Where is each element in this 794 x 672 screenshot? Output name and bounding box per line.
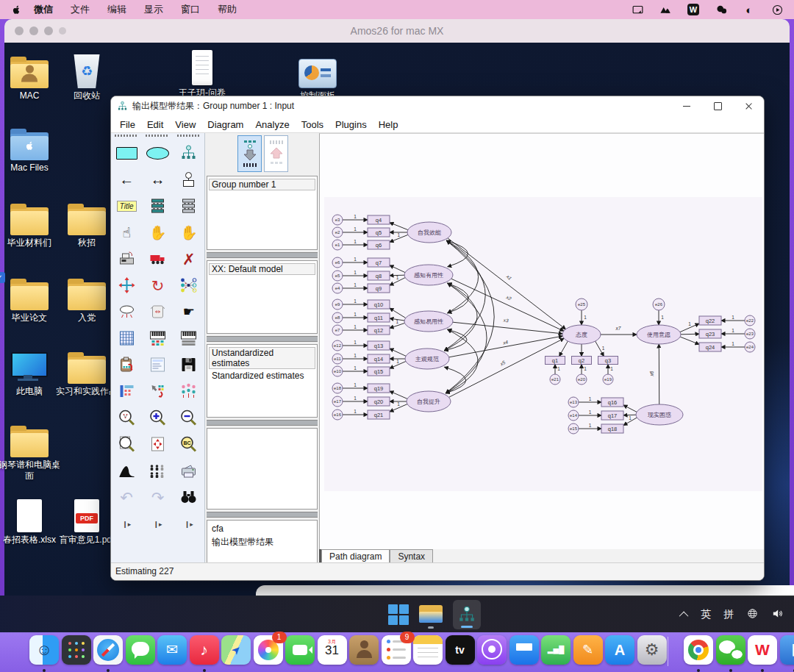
menu-item-3[interactable]: 编辑 [99, 0, 135, 19]
wechat-icon[interactable] [715, 3, 728, 16]
play-circle-icon[interactable] [770, 3, 784, 16]
deselect-all-objects-button[interactable]: ✋ [174, 219, 204, 246]
dock-reminders[interactable]: 9 [382, 635, 411, 665]
dock-parallels[interactable]: ∥ [780, 635, 794, 665]
file-list-item[interactable]: cfa [209, 523, 315, 535]
zoom-out-button[interactable] [174, 404, 204, 431]
scroll-diagram-button[interactable] [142, 299, 173, 325]
amos-menu-tools[interactable]: Tools [296, 119, 329, 130]
dock-music[interactable]: ♪ [190, 635, 219, 665]
dock-calendar[interactable]: 3月31 [318, 635, 347, 665]
vm-window-title-bar[interactable]: Amos26 for mac MX [4, 19, 790, 43]
apple-menu-icon[interactable] [10, 4, 22, 15]
menu-item-5[interactable]: 窗口 [172, 0, 209, 19]
column-pager-icon[interactable]: ❙▸ [142, 521, 173, 528]
amos-menu-help[interactable]: Help [373, 119, 404, 130]
panel-splitter[interactable] [207, 420, 318, 426]
show-entire-page-button[interactable] [111, 431, 142, 457]
dock-mail[interactable]: ✉ [157, 635, 187, 665]
file-list-item[interactable]: 输出模型带结果 [209, 535, 315, 549]
input-language-1[interactable]: 英 [701, 608, 711, 621]
desktop-icon-folder[interactable]: 钢琴谱和电脑桌面 [0, 422, 63, 482]
multiple-group-analysis-button[interactable] [142, 457, 173, 484]
menu-item-1[interactable]: 微信 [25, 0, 62, 19]
redo-button[interactable]: ↷ [142, 484, 173, 510]
amos-menu-file[interactable]: File [114, 119, 141, 130]
dock-settings[interactable]: ⚙ [637, 635, 667, 665]
list-variables-in-dataset-button[interactable] [174, 193, 204, 219]
dock-notes[interactable] [413, 635, 443, 665]
amos-menu-analyze[interactable]: Analyze [249, 119, 295, 130]
dock-facetime[interactable] [285, 635, 315, 665]
mountains-icon[interactable] [659, 3, 672, 16]
print-diagram-button[interactable] [174, 457, 204, 484]
start-button[interactable] [388, 604, 409, 625]
menu-item-2[interactable]: 文件 [62, 0, 99, 19]
desktop-icon-recycle-bin[interactable]: ♻回收站 [53, 53, 121, 101]
panel-splitter[interactable] [207, 252, 318, 258]
maximize-button[interactable] [702, 96, 733, 116]
amos-menu-diagram[interactable]: Diagram [201, 119, 249, 130]
panel-splitter[interactable] [207, 336, 318, 342]
search-diagram-button[interactable] [174, 484, 204, 510]
column-pager-icon[interactable]: ❙▸ [111, 521, 142, 528]
view-output-path-diagram-button[interactable] [264, 135, 288, 172]
drag-properties-button[interactable] [142, 378, 173, 404]
dock-tv[interactable]: tv [446, 635, 475, 665]
undo-button[interactable]: ↶ [111, 484, 142, 510]
panel-splitter[interactable] [207, 512, 318, 518]
amos-menu-edit[interactable]: Edit [141, 119, 169, 130]
touch-up-diagram-button[interactable]: ☛ [174, 299, 204, 325]
dock-messages[interactable] [126, 635, 155, 665]
object-properties-button[interactable] [111, 378, 142, 404]
zoom-in-button[interactable] [142, 404, 173, 431]
path-diagram[interactable]: 1111111111111111111111111111111111x1x2x3… [320, 134, 765, 549]
contrast-icon[interactable]: ◐ [743, 3, 756, 16]
data-grid-button[interactable] [111, 325, 142, 351]
list-variables-in-model-button[interactable] [142, 193, 173, 219]
view-input-path-diagram-button[interactable] [237, 135, 262, 172]
path-diagram-canvas[interactable]: 1111111111111111111111111111111111x1x2x3… [319, 133, 765, 549]
desktop-icon-folder-blue-apple[interactable]: Mac Files [0, 125, 63, 174]
amos-menu-view[interactable]: View [169, 119, 201, 130]
dock-chrome[interactable] [684, 635, 713, 665]
estimates-list-item[interactable]: Standardized estimates [209, 370, 315, 382]
amos-taskbar-button[interactable] [453, 600, 481, 629]
wps-icon[interactable]: W [687, 3, 700, 16]
select-all-objects-button[interactable]: ✋ [142, 219, 173, 246]
menu-item-6[interactable]: 帮助 [209, 0, 246, 19]
erase-objects-button[interactable]: ✗ [174, 246, 204, 272]
dock-launchpad[interactable] [62, 635, 91, 665]
draw-rectangle-button[interactable] [111, 140, 142, 166]
column-pager-icon[interactable]: ❙▸ [174, 521, 204, 528]
calculate-estimates-button[interactable] [111, 351, 142, 378]
analysis-properties-button[interactable] [174, 325, 204, 351]
zoom-select-area-button[interactable] [111, 404, 142, 431]
select-data-files-button[interactable] [142, 325, 173, 351]
input-language-2[interactable]: 拼 [723, 608, 734, 621]
dock-numbers[interactable]: ▂▅█ [541, 635, 571, 665]
close-button[interactable] [733, 96, 764, 116]
preserve-symmetries-button[interactable] [174, 378, 204, 404]
bayesian-estimation-button[interactable] [111, 457, 142, 484]
draw-path-arrow-button[interactable]: ← [111, 166, 142, 193]
file-explorer-button[interactable] [419, 605, 443, 624]
resize-to-fit-page-button[interactable] [142, 431, 173, 457]
globe-input-icon[interactable] [746, 607, 759, 623]
select-one-object-button[interactable]: ☝ [111, 219, 142, 246]
tray-chevron-up-icon[interactable] [679, 611, 689, 621]
dock-contacts[interactable] [349, 635, 379, 665]
draw-ellipse-button[interactable] [142, 140, 173, 166]
draw-covariance-arrow-button[interactable]: ↔ [142, 166, 173, 193]
draw-latent-with-indicators-button[interactable] [174, 140, 204, 166]
minimize-button[interactable] [671, 96, 702, 116]
dock-wps[interactable]: W [748, 635, 777, 665]
menu-item-4[interactable]: 显示 [135, 0, 172, 19]
dock-wechat[interactable] [716, 635, 745, 665]
amos-title-bar[interactable]: 输出模型带结果：Group number 1 : Input [111, 96, 764, 116]
dock-maps[interactable]: ➤ [221, 635, 251, 665]
speaker-icon[interactable] [771, 607, 784, 623]
dock-photos[interactable]: 1 [254, 635, 283, 665]
figure-caption-title-button[interactable]: Title [111, 193, 142, 219]
dock-finder[interactable]: ☺ [29, 635, 59, 665]
